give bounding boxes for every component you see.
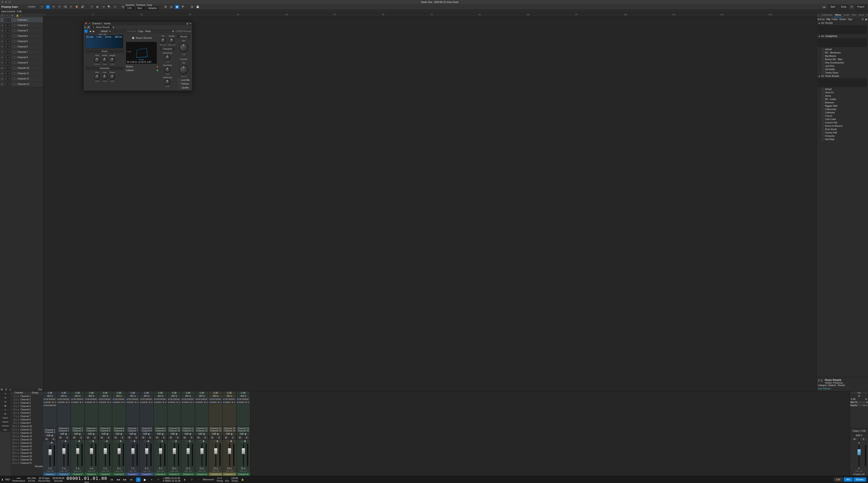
mix-channel-item[interactable]: 17Channel 17: [11, 448, 43, 451]
browser-preset[interactable]: Arena: [816, 94, 868, 98]
range-tool-icon[interactable]: ▭: [45, 5, 50, 9]
strip-arm[interactable]: [103, 440, 105, 442]
browser-tab-cloud[interactable]: Cloud: [857, 13, 865, 18]
inserts-slot[interactable]: ● Inserts ▾ ＋: [181, 401, 195, 404]
strip-out-icon[interactable]: ⊙: [160, 467, 162, 470]
listen-tool-icon[interactable]: 🔊: [81, 5, 85, 9]
mix-channel-item[interactable]: 5Channel 5: [11, 408, 43, 411]
mixer-tool[interactable]: ▶: [0, 412, 10, 416]
browser-preset[interactable]: Bedroom: [816, 101, 868, 104]
strip-arm[interactable]: [75, 440, 77, 442]
browser-preset[interactable]: Drum Booth: [816, 128, 868, 131]
master-gear-icon[interactable]: ⚙: [865, 398, 867, 400]
browser-preset[interactable]: Concert Hall: [816, 121, 868, 124]
strip-mute[interactable]: M: [71, 435, 78, 440]
strip-monitor[interactable]: ◑: [230, 440, 232, 442]
song-menu-icon[interactable]: ▾: [849, 5, 854, 9]
cloud-icon[interactable]: ☁: [821, 5, 827, 9]
mixer-tool[interactable]: I/O: [0, 400, 10, 403]
strip-solo[interactable]: S: [160, 435, 167, 440]
strip-mute[interactable]: M: [167, 435, 174, 440]
strip-auto[interactable]: Auto: Off: [98, 470, 112, 473]
mix-channel-item[interactable]: 16Channel 16: [11, 445, 43, 448]
layout-icon[interactable]: ⊞: [190, 5, 194, 9]
plugin-preset-dd-icon[interactable]: ▾: [109, 30, 111, 33]
sort-folder[interactable]: Folder: [832, 18, 838, 21]
strip-fader[interactable]: [223, 443, 236, 467]
strip-label[interactable]: Channel 10: [167, 473, 181, 476]
strip-arm[interactable]: [172, 440, 174, 442]
mix-channel-item[interactable]: 7Channel 7: [11, 415, 43, 418]
mixer-tool[interactable]: External: [0, 424, 10, 427]
strip-monitor[interactable]: ◑: [244, 440, 246, 442]
strip-mute[interactable]: M: [181, 435, 188, 440]
length-knob[interactable]: [169, 38, 175, 43]
track-row[interactable]: 9MSChannel 9: [0, 60, 43, 65]
mute-button[interactable]: M: [4, 29, 7, 32]
browser-preset[interactable]: default: [816, 48, 868, 51]
strip-arm[interactable]: [130, 440, 132, 442]
fat-channel-insert[interactable]: ● Fat Channel: [140, 398, 153, 401]
strip-mute[interactable]: M: [223, 435, 229, 440]
browser-tab-loops[interactable]: Loops: [842, 13, 850, 18]
browser-tab-instruments[interactable]: Instruments: [820, 13, 834, 18]
solo-button[interactable]: S: [8, 34, 11, 38]
strip-arm[interactable]: [241, 440, 243, 442]
arm-button[interactable]: [11, 72, 13, 74]
strip-mute[interactable]: M: [209, 435, 216, 440]
click-icon[interactable]: ♪: [196, 477, 200, 482]
arrow-tool-icon[interactable]: ↖: [40, 5, 44, 9]
strip-arm[interactable]: [227, 440, 229, 442]
solo-button[interactable]: S: [8, 61, 11, 64]
reverb-graph[interactable]: 0.1 ms1 ms 10 ms100 ms: [85, 35, 123, 48]
strip-monitor[interactable]: ◑: [203, 440, 205, 442]
strip-auto[interactable]: Auto: Off: [57, 470, 70, 473]
master-auto[interactable]: Auto: Off: [850, 470, 868, 473]
monitor-button[interactable]: [14, 30, 16, 32]
inserts-slot[interactable]: ● Inserts ▾ ＋: [167, 401, 181, 404]
mix-channel-item[interactable]: 9Channel 9: [11, 421, 43, 425]
inserts-slot[interactable]: ● Inserts ▾ ＋: [71, 401, 84, 404]
strip-out-icon[interactable]: ⊙: [50, 467, 52, 470]
solo-button[interactable]: S: [8, 51, 11, 54]
tempo-icon[interactable]: ♩: [14, 14, 15, 17]
inserts-slot[interactable]: ● Inserts ▾ ＋: [195, 401, 209, 404]
pan-knob[interactable]: ◐: [203, 433, 205, 435]
browser-effect[interactable]: ▸ FX Room Reverb: [816, 74, 868, 78]
perform-check[interactable]: [178, 83, 180, 85]
strip-auto[interactable]: Auto: Off: [71, 470, 84, 473]
pan-knob[interactable]: ◐: [162, 433, 164, 435]
plane-knob[interactable]: [109, 74, 115, 80]
pan-knob[interactable]: ◐: [52, 434, 54, 437]
strip-fader[interactable]: [85, 443, 98, 467]
add-track-icon[interactable]: ＋: [20, 14, 22, 17]
strip-solo[interactable]: S: [50, 437, 57, 441]
master-solo[interactable]: S: [859, 437, 868, 441]
strip-auto[interactable]: Auto: Off: [195, 470, 209, 473]
strip-fader[interactable]: [71, 443, 84, 467]
track-row[interactable]: 3MSChannel 3: [0, 28, 43, 33]
strip-solo[interactable]: S: [64, 435, 71, 440]
monitor-button[interactable]: [14, 78, 16, 80]
pan-knob[interactable]: ◐: [65, 433, 67, 435]
strip-monitor[interactable]: ◑: [120, 440, 122, 442]
reflex-knob[interactable]: [164, 79, 170, 85]
mix-channel-item[interactable]: 4Channel 4: [11, 404, 43, 408]
master-mute[interactable]: M: [850, 437, 859, 441]
arm-button[interactable]: [11, 30, 13, 32]
strip-solo[interactable]: S: [119, 435, 126, 440]
strip-out-icon[interactable]: ⊙: [119, 467, 121, 470]
strip-fader[interactable]: [154, 443, 167, 467]
mixer-tool[interactable]: Outputs: [0, 420, 10, 424]
arm-button[interactable]: [11, 46, 13, 48]
master-link-icon[interactable]: 🔗: [850, 395, 868, 398]
mute-button[interactable]: M: [4, 77, 7, 81]
strip-label[interactable]: Channel 14: [223, 473, 236, 476]
arm-button[interactable]: [11, 83, 13, 85]
fat-channel-insert[interactable]: ● Fat Channel: [181, 398, 195, 401]
strip-solo[interactable]: S: [188, 435, 195, 440]
width-knob[interactable]: [102, 57, 107, 63]
fat-channel-insert[interactable]: ● Fat Channel: [209, 398, 222, 401]
browser-preset[interactable]: Fireworks: [816, 134, 868, 138]
strip-arm[interactable]: [158, 440, 160, 442]
